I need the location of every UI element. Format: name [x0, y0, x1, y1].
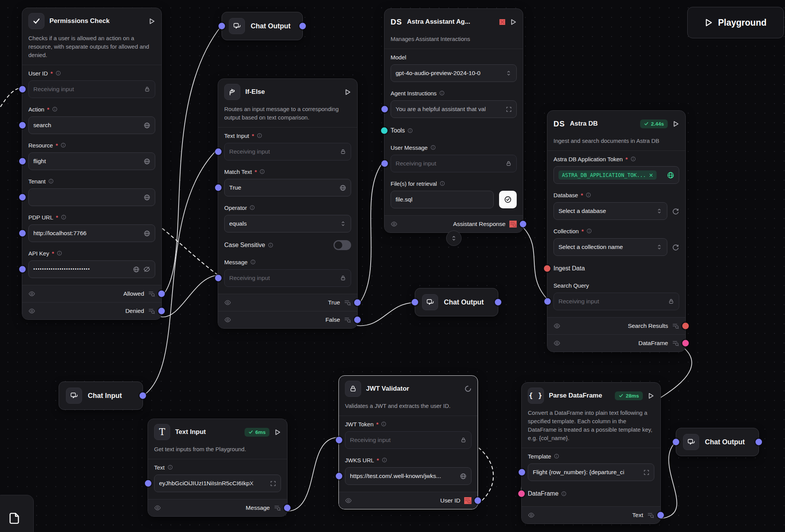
edge-false-to-chat-output-mid[interactable] — [357, 303, 415, 326]
globe-icon[interactable] — [144, 122, 150, 129]
node-chat-output-top[interactable]: Chat Output — [222, 12, 303, 40]
info-icon[interactable] — [61, 214, 66, 220]
info-icon[interactable] — [430, 145, 436, 150]
collection-select[interactable]: Select a collection name — [553, 238, 667, 256]
handle-text[interactable] — [145, 480, 151, 487]
info-icon[interactable] — [168, 465, 173, 470]
node-chat-input[interactable]: Chat Input — [59, 381, 143, 410]
inspect-output-icon[interactable] — [274, 504, 281, 511]
inspect-output-icon[interactable] — [344, 299, 351, 306]
globe-icon[interactable] — [144, 158, 150, 165]
expand-icon[interactable] — [270, 481, 276, 486]
globe-check-icon[interactable] — [667, 172, 674, 179]
handle-allowed[interactable] — [158, 291, 165, 297]
remove-token-icon[interactable] — [649, 173, 653, 177]
handle-search-query[interactable] — [544, 298, 551, 305]
expand-icon[interactable] — [506, 106, 512, 112]
run-node-button[interactable] — [149, 18, 155, 25]
edge-dashed-into-message[interactable] — [163, 229, 217, 274]
globe-icon[interactable] — [144, 230, 150, 237]
eye-icon[interactable] — [224, 316, 231, 323]
info-icon[interactable] — [61, 142, 66, 148]
close-icon[interactable] — [499, 19, 505, 25]
info-icon[interactable] — [250, 259, 256, 265]
message-input[interactable]: Receiving input — [224, 269, 351, 287]
info-icon[interactable] — [56, 70, 61, 76]
globe-icon[interactable] — [133, 266, 140, 273]
edge-text-message-to-jwt-token[interactable] — [287, 437, 338, 511]
handle-jwks-url[interactable] — [336, 473, 342, 480]
expand-icon[interactable] — [644, 470, 649, 475]
eye-icon[interactable] — [391, 221, 397, 228]
edge-parse-text-to-chat-output-bottom[interactable] — [660, 442, 677, 519]
globe-icon[interactable] — [460, 473, 466, 480]
handle-chat-input-out[interactable] — [140, 393, 146, 399]
handle-false[interactable] — [354, 317, 361, 323]
token-input[interactable]: ASTRA_DB_APPLICATION_TOK... — [553, 166, 679, 184]
handle-message[interactable] — [215, 275, 222, 282]
edge-dashed-into-user-id[interactable] — [0, 88, 21, 116]
inspect-output-icon[interactable] — [509, 221, 517, 228]
search-query-input[interactable]: Receiving input — [553, 293, 679, 310]
handle-chat-output-bottom-in[interactable] — [673, 439, 679, 445]
file-panel-button[interactable] — [0, 495, 34, 532]
node-chat-output-mid[interactable]: Chat Output — [415, 288, 498, 316]
globe-icon[interactable] — [144, 194, 150, 201]
template-input[interactable]: Flight {row_number}: {departure_ci — [528, 463, 654, 481]
text-input-field[interactable]: Receiving input — [224, 143, 351, 160]
handle-search-results[interactable] — [682, 323, 689, 329]
handle-text-message[interactable] — [284, 505, 291, 511]
handle-parse-text[interactable] — [657, 512, 664, 519]
info-icon[interactable] — [586, 192, 591, 198]
info-icon[interactable] — [631, 156, 636, 162]
case-sensitive-toggle[interactable] — [333, 240, 351, 250]
handle-jwt-token[interactable] — [336, 437, 342, 444]
handle-pdp-url[interactable] — [19, 230, 26, 237]
info-icon[interactable] — [250, 205, 255, 210]
inspect-output-icon[interactable] — [464, 497, 471, 504]
handle-chat-output-bottom-out[interactable] — [755, 439, 762, 445]
handle-chat-output-mid-in[interactable] — [412, 299, 418, 306]
run-node-button[interactable] — [648, 393, 654, 399]
handle-jwt-user-id[interactable] — [475, 498, 481, 504]
inspect-output-icon[interactable] — [672, 340, 679, 347]
inspect-output-icon[interactable] — [344, 316, 351, 323]
info-icon[interactable] — [381, 421, 386, 427]
handle-true[interactable] — [354, 300, 361, 306]
run-node-button[interactable] — [274, 429, 281, 435]
info-icon[interactable] — [257, 133, 262, 138]
node-astra-assistant[interactable]: DS Astra Assistant Ag... Manages Assista… — [384, 8, 523, 233]
eye-icon[interactable] — [28, 308, 35, 314]
handle-text-input[interactable] — [215, 149, 222, 155]
handle-tools[interactable] — [381, 128, 388, 134]
tenant-input[interactable] — [28, 188, 155, 206]
node-if-else[interactable]: If-Else Routes an input message to a cor… — [218, 79, 358, 329]
node-text-input[interactable]: T Text Input 6ms Get text inputs from th… — [148, 419, 287, 517]
user-message-input[interactable]: Receiving input — [391, 155, 517, 172]
eye-icon[interactable] — [224, 299, 231, 306]
confirm-file-button[interactable] — [499, 191, 517, 208]
edge-assistant-response-to-search-query[interactable] — [523, 228, 547, 299]
handle-user-id[interactable] — [19, 86, 26, 93]
expand-node-button[interactable] — [446, 231, 461, 246]
handle-resource[interactable] — [19, 158, 26, 165]
edge-denied-to-ifelse-message[interactable] — [161, 275, 218, 317]
info-icon[interactable] — [268, 242, 273, 248]
handle-parse-dataframe-in[interactable] — [518, 491, 525, 497]
handle-user-message[interactable] — [381, 160, 388, 167]
handle-assistant-response[interactable] — [520, 221, 526, 228]
jwks-url-input[interactable]: https://test.com/.well-known/jwks... — [345, 467, 471, 485]
inspect-output-icon[interactable] — [672, 322, 679, 329]
eye-icon[interactable] — [345, 497, 352, 504]
handle-ingest-data[interactable] — [544, 265, 550, 272]
eye-icon[interactable] — [28, 290, 35, 297]
handle-agent-instructions[interactable] — [381, 106, 388, 113]
handle-api-key[interactable] — [19, 266, 26, 273]
files-input[interactable]: file.sql — [391, 191, 494, 208]
resource-input[interactable]: flight — [28, 152, 155, 170]
info-icon[interactable] — [440, 181, 445, 186]
handle-chat-output-mid-out[interactable] — [495, 299, 501, 306]
node-astra-db[interactable]: DS Astra DB 2.44s Ingest and search docu… — [547, 110, 686, 352]
handle-action[interactable] — [19, 122, 26, 129]
user-id-input[interactable]: Receiving input — [28, 80, 155, 98]
